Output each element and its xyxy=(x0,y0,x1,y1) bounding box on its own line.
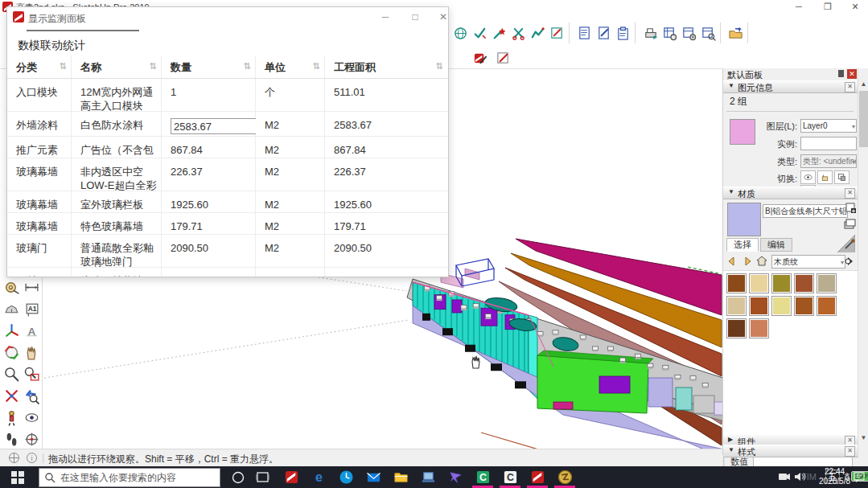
scroll-up-icon[interactable]: ▲ xyxy=(859,80,868,90)
task-view-icon[interactable] xyxy=(251,469,274,486)
zoom-extents-tool-icon[interactable] xyxy=(2,386,21,405)
tray-clock[interactable]: 22:44 2020/5/8 xyxy=(819,467,850,486)
orbit-tool-icon[interactable] xyxy=(2,342,21,362)
protractor-tool-icon[interactable] xyxy=(2,299,21,318)
clipboard-icon[interactable] xyxy=(613,23,633,43)
clock-blue-taskbar-icon[interactable] xyxy=(335,469,357,486)
tape-measure-tool-icon[interactable] xyxy=(2,277,21,297)
previous-view-tool-icon[interactable] xyxy=(22,386,41,405)
cortana-icon[interactable] xyxy=(227,469,249,486)
dialog-titlebar[interactable]: 显示监测面板 ─ □ ✕ xyxy=(7,7,448,28)
wand-icon[interactable] xyxy=(489,23,509,43)
window-close-button[interactable]: ✕ xyxy=(841,0,868,14)
entity-info-close-icon[interactable]: ✕ xyxy=(845,82,855,92)
text-a1-tool-icon[interactable]: A1 xyxy=(22,299,41,318)
material-swatch-3[interactable] xyxy=(771,273,792,293)
scroll-down-icon[interactable]: ▼ xyxy=(859,434,868,444)
material-swatch-12[interactable] xyxy=(749,318,769,338)
check-icon[interactable] xyxy=(470,23,490,43)
display-pane-icon[interactable] xyxy=(844,219,857,232)
dialog-maximize-button[interactable]: □ xyxy=(403,10,427,25)
position-camera-tool-icon[interactable] xyxy=(2,408,21,427)
quantity-cell[interactable]: 1 xyxy=(162,79,256,111)
layer-dropdown[interactable]: Layer0▾ xyxy=(800,119,857,133)
sort-icon[interactable]: ⇅ xyxy=(436,61,443,72)
table-row-3[interactable]: 推广元素广告位（不含包边）867.84M2867.84 xyxy=(7,137,448,158)
print-export-icon[interactable] xyxy=(640,23,660,43)
column-header-2[interactable]: 名称⇅ xyxy=(72,55,162,78)
material-swatch-2[interactable] xyxy=(749,273,769,293)
table-row-7[interactable]: 玻璃门普通疏散全彩釉玻璃地弹门2090.50M22090.50 xyxy=(7,235,448,268)
quantity-cell[interactable] xyxy=(162,112,256,136)
table-row-1[interactable]: 入口模块12M宽内外网通高主入口模块1个511.01 xyxy=(7,79,448,112)
table-row-2[interactable]: 外墙涂料白色防水涂料M22583.67 xyxy=(7,112,448,137)
table-row-8[interactable]: 石材注胶石材幕墙（背栓式）7338.94M27338.94 xyxy=(7,268,448,277)
material-swatch-1[interactable] xyxy=(726,273,747,293)
export-folder-icon[interactable] xyxy=(726,23,746,43)
quantity-cell[interactable]: 7338.94 xyxy=(162,268,256,277)
globe-icon[interactable] xyxy=(450,23,471,43)
table-row-6[interactable]: 玻璃幕墙特色玻璃幕墙179.71M2179.71 xyxy=(7,213,448,235)
sort-icon[interactable]: ⇅ xyxy=(244,61,251,72)
styles-close-icon[interactable]: ✕ xyxy=(845,446,855,457)
material-swatch-9[interactable] xyxy=(794,296,814,316)
receive-shadows-toggle-icon[interactable] xyxy=(834,170,849,184)
styles-header[interactable]: ▼ 样式 ✕ xyxy=(723,445,858,457)
material-preview-swatch[interactable] xyxy=(727,203,761,236)
instance-input[interactable] xyxy=(800,137,857,150)
zoom-window-tool-icon[interactable] xyxy=(22,364,41,383)
pan-tool-icon[interactable] xyxy=(22,342,41,362)
table-row-5[interactable]: 玻璃幕墙室外玻璃栏板1925.60M21925.60 xyxy=(7,191,448,213)
section-plane-tool-icon[interactable] xyxy=(22,429,41,449)
start-button-icon[interactable] xyxy=(11,471,24,486)
back-arrow-icon[interactable] xyxy=(726,255,738,267)
sort-icon[interactable]: ⇅ xyxy=(313,61,320,72)
entity-color-swatch[interactable] xyxy=(730,119,755,145)
column-header-5[interactable]: 工程面积⇅ xyxy=(325,55,448,78)
create-material-icon[interactable] xyxy=(845,203,857,216)
in-model-home-icon[interactable] xyxy=(755,255,767,267)
cut-icon[interactable] xyxy=(508,23,529,43)
doc-edit-icon[interactable] xyxy=(594,23,614,43)
dimension-tool-icon[interactable] xyxy=(22,277,41,297)
visibility-eye-toggle-icon[interactable] xyxy=(800,170,816,184)
su-check-icon[interactable] xyxy=(471,48,491,68)
material-swatch-7[interactable] xyxy=(749,296,769,316)
material-swatch-4[interactable] xyxy=(794,273,814,293)
axes-tool-icon[interactable] xyxy=(2,321,21,340)
forward-arrow-icon[interactable] xyxy=(741,255,753,267)
type-dropdown[interactable]: 类型: <undefined>▾ xyxy=(800,154,857,168)
volume-icon[interactable] xyxy=(795,472,806,483)
walk-tool-icon[interactable] xyxy=(2,429,21,449)
taskbar-search-box[interactable]: 在这里输入你要搜索的内容 xyxy=(39,468,220,487)
dialog-minimize-button[interactable]: ─ xyxy=(373,10,397,25)
bird-taskbar-icon[interactable] xyxy=(444,469,467,486)
tray-close-icon[interactable]: ✕ xyxy=(847,69,857,79)
doc-red-pencil-icon[interactable] xyxy=(493,48,513,68)
geolocation-icon[interactable] xyxy=(8,452,20,464)
material-swatch-6[interactable] xyxy=(726,296,747,316)
quantity-cell[interactable]: 867.84 xyxy=(162,137,256,158)
material-swatch-11[interactable] xyxy=(726,318,747,338)
doc-form-icon[interactable] xyxy=(574,23,594,43)
window-minimize-button[interactable]: ─ xyxy=(785,0,812,14)
laptop-taskbar-icon[interactable] xyxy=(417,469,439,486)
look-around-tool-icon[interactable] xyxy=(22,408,41,427)
quantity-cell[interactable]: 226.37 xyxy=(162,158,256,191)
gold-circle-taskbar-icon[interactable] xyxy=(553,469,576,486)
quantity-cell[interactable]: 2090.50 xyxy=(162,235,256,267)
column-header-1[interactable]: 分类⇅ xyxy=(7,55,72,78)
materials-close-icon[interactable]: ✕ xyxy=(845,188,855,199)
column-header-3[interactable]: 数量⇅ xyxy=(162,55,256,78)
tab-select[interactable]: 选择 xyxy=(726,238,759,252)
scroll-thumb[interactable] xyxy=(859,91,868,147)
edge-taskbar-icon[interactable]: e xyxy=(307,469,330,486)
dialog-close-button[interactable]: ✕ xyxy=(431,10,449,25)
details-arrow-icon[interactable] xyxy=(844,255,856,267)
column-header-4[interactable]: 单位⇅ xyxy=(256,55,325,78)
sort-icon[interactable]: ⇅ xyxy=(150,61,157,72)
notification-center-icon[interactable] xyxy=(854,472,865,484)
quantity-cell[interactable]: 1925.60 xyxy=(162,191,256,212)
tab-edit[interactable]: 编辑 xyxy=(760,238,792,252)
pipe-icon[interactable] xyxy=(528,23,548,43)
